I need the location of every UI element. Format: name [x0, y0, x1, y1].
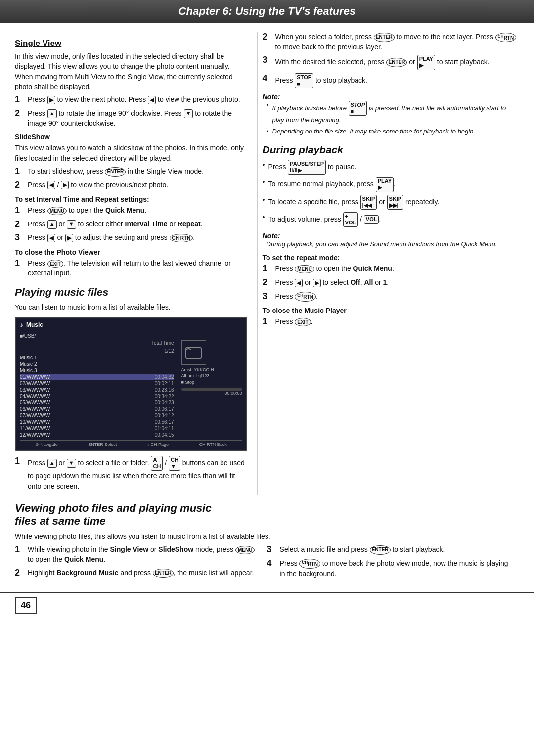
interval-repeat-steps: 1 Press MENU to open the Quick Menu. 2 P…	[15, 205, 247, 243]
track-time: 00:34:12	[155, 413, 174, 418]
ch-rtn-button-icon: CHRTN	[295, 292, 316, 301]
single-view-description: In this view mode, only files located in…	[15, 51, 247, 91]
chapter-title: Chapter 6: Using the TV's features	[0, 5, 534, 18]
music-track-row: 12/WWWWW00:04:15	[20, 432, 174, 438]
music-note-icon: ♪	[20, 321, 23, 329]
track-name: 11/WWWWW	[20, 426, 153, 431]
step-item: 1 Press ▶ to view the next photo. Press …	[15, 94, 247, 105]
music-album: Album: fkjf123	[181, 373, 242, 379]
close-music-title: To close the Music Player	[263, 307, 519, 314]
skip-forward-button-icon: SKIP▶▶|	[387, 195, 404, 210]
track-column-label	[20, 340, 21, 346]
right-column: 2 When you select a folder, press ENTER …	[257, 32, 519, 495]
music-track-list: Total Time 1/12 Music 1 Music 2 Music 3 …	[20, 340, 174, 438]
playing-music-title: Playing music files	[15, 286, 247, 298]
bullet-item: To locate a specific file, press SKIP|◀◀…	[263, 195, 519, 210]
vol-down-icon: +VOL	[343, 212, 358, 227]
down-arrow-icon: ▼	[184, 109, 193, 118]
music-footer-page: ↕ CH Page	[147, 442, 169, 447]
enter-button-icon: ENTER	[105, 167, 126, 177]
skip-back-button-icon: SKIP|◀◀	[360, 195, 377, 210]
step-content: To start slideshow, press ENTER in the S…	[28, 166, 247, 177]
track-name: 05/WWWWW	[20, 400, 153, 405]
step-item: 2 Press ▲ to rotate the image 90° clockw…	[15, 108, 247, 129]
step-item: 3 Press ◀ or ▶ to adjust the setting and…	[15, 232, 247, 243]
music-footer-navigate: ⊕ Navigate	[35, 442, 58, 447]
page-footer: 46	[0, 592, 534, 618]
step-item: 1 To start slideshow, press ENTER in the…	[15, 166, 247, 177]
bullet-item: To resume normal playback, press PLAY▶.	[263, 177, 519, 192]
step-number: 2	[263, 277, 273, 288]
enter-button-icon: ENTER	[374, 33, 395, 42]
music-detail-text: Artist: YKKCO H Album: fkjf123 ■ Stop	[181, 367, 242, 386]
up-arrow-icon: ▲	[47, 220, 57, 228]
music-title-bar: Music	[26, 321, 43, 328]
step-content: Press ▲ to rotate the image 90° clockwis…	[28, 108, 247, 129]
track-name: 02/WWWWW	[20, 381, 153, 386]
ch-rtn-button-icon: CH RTN	[170, 234, 193, 242]
playing-music-description: You can listen to music from a list of a…	[15, 302, 247, 312]
left-arrow-icon: ◀	[47, 234, 55, 242]
bullet-item: Press PAUSE/STEPII/II▶ to pause.	[263, 160, 519, 175]
viewing-steps-right: 3 Select a music file and press ENTER to…	[267, 544, 509, 582]
left-arrow-icon: ◀	[148, 96, 156, 104]
step-item: 1 Press MENU to open the Quick Menu.	[263, 264, 519, 274]
track-name: Music 1	[20, 355, 174, 360]
music-footer-back: CH RTN Back	[199, 442, 227, 447]
during-playback-list: Press PAUSE/STEPII/II▶ to pause. To resu…	[263, 160, 519, 227]
track-name: 03/WWWWW	[20, 387, 153, 393]
step-number: 1	[15, 544, 26, 555]
step-number: 2	[15, 219, 26, 230]
step-number: 1	[15, 94, 26, 105]
step-item: 1 Press MENU to open the Quick Menu.	[15, 205, 247, 216]
track-name: Music 2	[20, 361, 174, 367]
stop-button-icon: STOP■	[295, 73, 313, 88]
slideshow-steps: 1 To start slideshow, press ENTER in the…	[15, 166, 247, 190]
total-time-label: Total Time	[151, 340, 174, 346]
close-photo-steps: 1 Press EXIT. The television will return…	[15, 258, 247, 278]
slideshow-title: SlideShow	[15, 133, 247, 141]
track-time: 00:23:16	[155, 387, 174, 393]
music-status: ■ Stop	[181, 379, 242, 386]
right-arrow-icon: ▶	[313, 279, 321, 287]
music-list-header: Total Time	[20, 340, 174, 347]
note-item: If playback finishes before STOP■ is pre…	[267, 101, 519, 125]
down-arrow-icon: ▼	[67, 459, 76, 467]
up-arrow-icon: ▲	[47, 109, 57, 118]
interval-repeat-title: To set Interval Time and Repeat settings…	[15, 195, 247, 203]
menu-button-icon: MENU	[295, 265, 314, 273]
music-track-row: 10/WWWWW00:56:17	[20, 419, 174, 425]
up-arrow-icon: ▲	[47, 459, 57, 467]
left-arrow-icon: ◀	[47, 181, 55, 189]
play-button-icon: PLAY▶	[417, 55, 435, 70]
ch-rtn-button-icon: CHRTN	[495, 33, 517, 42]
repeat-mode-title: To set the repeat mode:	[263, 254, 519, 262]
slideshow-description: This view allows you to watch a slidesho…	[15, 143, 247, 163]
step-number: 2	[15, 108, 26, 119]
music-steps-continued: 2 When you select a folder, press ENTER …	[263, 32, 519, 88]
track-name: 10/WWWWW	[20, 419, 153, 425]
track-time: 00:04:15	[155, 432, 174, 438]
step-content: Press EXIT. The television will return t…	[28, 258, 247, 278]
step-item: 2 Highlight Background Music and press E…	[15, 568, 257, 578]
track-name: Music 3	[20, 368, 174, 373]
play-button-icon: PLAY▶	[376, 177, 394, 192]
two-column-layout: Single View In this view mode, only file…	[0, 32, 534, 495]
step-item: 4 Press CHRTN to move back the photo vie…	[267, 558, 509, 578]
step-number: 1	[263, 316, 273, 327]
step-number: 2	[263, 32, 273, 43]
music-detail-panel: Artist: YKKCO H Album: fkjf123 ■ Stop 00…	[178, 340, 242, 438]
track-time: 00:06:17	[155, 406, 174, 412]
right-arrow-icon: ▶	[61, 181, 69, 189]
left-arrow-icon: ◀	[295, 279, 303, 287]
exit-button-icon: EXIT	[295, 318, 311, 326]
single-view-title: Single View	[15, 39, 247, 48]
music-track-row: 05/WWWWW00:04:23	[20, 400, 174, 406]
note-block-2: Note: During playback, you can adjust th…	[263, 232, 519, 249]
music-ui-screenshot: ♪ Music ■/USB/ Total Time 1/12 Music 1 M…	[15, 317, 247, 451]
music-album-art	[181, 340, 206, 365]
exit-button-icon: EXIT	[47, 260, 63, 268]
ch-down-icon: CH▼	[169, 456, 180, 471]
single-view-steps: 1 Press ▶ to view the next photo. Press …	[15, 94, 247, 128]
repeat-mode-steps: 1 Press MENU to open the Quick Menu. 2 P…	[263, 264, 519, 302]
